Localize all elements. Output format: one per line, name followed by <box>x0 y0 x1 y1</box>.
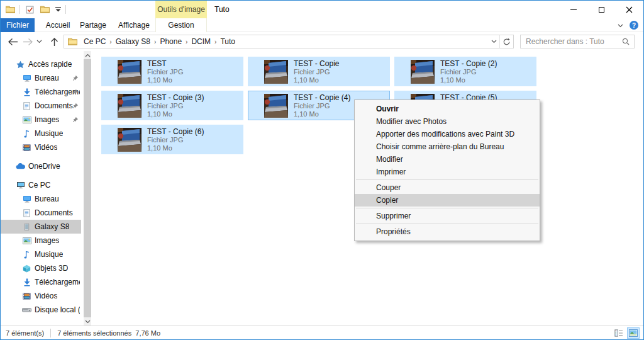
music-icon <box>22 130 31 138</box>
sidebar-item-disque-local-c-[interactable]: Disque local (C:) <box>1 303 81 317</box>
file-type: Fichier JPG <box>294 68 339 76</box>
menu-item-apporter-des-modifications-avec-paint-3d[interactable]: Apporter des modifications avec Paint 3D <box>355 128 540 140</box>
sidebar-item-label: Bureau <box>35 74 59 82</box>
customize-toolbar-dropdown-icon[interactable] <box>54 3 62 16</box>
breadcrumb-separator-icon[interactable]: › <box>108 38 113 45</box>
refresh-icon[interactable] <box>499 35 513 48</box>
menu-item-imprimer[interactable]: Imprimer <box>355 166 540 178</box>
sidebar-item-label: Téléchargement <box>35 278 80 286</box>
sidebar-item-label: Vidéos <box>35 292 57 300</box>
file-name: TEST - Copie <box>294 59 339 68</box>
new-folder-icon[interactable] <box>39 3 50 16</box>
address-bar[interactable]: Ce PC›Galaxy S8›Phone›DCIM›Tuto <box>64 35 514 48</box>
sidebar-item-images[interactable]: Images <box>1 234 81 247</box>
sidebar-item-onedrive[interactable]: OneDrive <box>1 159 81 173</box>
sidebar-item-t-l-chargement[interactable]: Téléchargement <box>1 275 81 289</box>
scrollbar-thumb[interactable] <box>84 59 91 317</box>
breadcrumb-item[interactable]: DCIM <box>189 37 213 46</box>
thumbnails-view-icon[interactable] <box>627 327 640 339</box>
back-button[interactable] <box>6 35 19 48</box>
menu-item-ouvrir[interactable]: Ouvrir <box>355 103 540 115</box>
tab-accueil[interactable]: Accueil <box>40 18 76 32</box>
properties-check-icon[interactable] <box>24 3 35 16</box>
sidebar-item-galaxy-s8[interactable]: Galaxy S8 <box>1 220 81 234</box>
breadcrumb: Ce PC›Galaxy S8›Phone›DCIM›Tuto <box>81 37 238 46</box>
file-size: 1,10 Mo <box>294 110 350 118</box>
menu-item-propri-t-s[interactable]: Propriétés <box>355 225 540 238</box>
sidebar-item-bureau[interactable]: Bureau <box>1 71 81 85</box>
help-icon[interactable]: ? <box>630 21 638 30</box>
maximize-button[interactable] <box>587 1 615 18</box>
search-icon[interactable] <box>618 38 634 45</box>
sidebar-item-musique[interactable]: Musique <box>1 127 81 140</box>
sidebar-item-vid-os[interactable]: Vidéos <box>1 140 81 154</box>
menu-separator <box>356 224 538 224</box>
sidebar-item-documents[interactable]: Documents <box>1 99 81 113</box>
close-button[interactable] <box>615 1 643 18</box>
ribbon-collapse-chevron-icon[interactable] <box>618 21 623 30</box>
download-icon <box>22 88 31 96</box>
sidebar-item-images[interactable]: Images <box>1 113 81 127</box>
file-size: 1,10 Mo <box>440 76 497 84</box>
minimize-button[interactable] <box>560 1 587 18</box>
download-icon <box>22 278 31 286</box>
sidebar-item-ce-pc[interactable]: Ce PC <box>1 178 81 192</box>
tab-partage[interactable]: Partage <box>75 18 111 32</box>
video-icon <box>22 293 31 300</box>
file-tile[interactable]: TEST - CopieFichier JPG1,10 Mo <box>248 57 390 86</box>
sidebar-item-label: Musique <box>35 129 63 138</box>
file-info: TEST - CopieFichier JPG1,10 Mo <box>294 59 339 84</box>
menu-item-supprimer[interactable]: Supprimer <box>355 210 540 222</box>
breadcrumb-item[interactable]: Tuto <box>218 37 238 46</box>
breadcrumb-item[interactable]: Phone <box>157 37 184 46</box>
sidebar-item-label: Images <box>35 115 59 124</box>
file-name: TEST - Copie (2) <box>440 59 497 68</box>
menu-item-couper[interactable]: Couper <box>355 181 540 194</box>
file-type: Fichier JPG <box>147 102 204 110</box>
sidebar-item-label: Documents <box>35 101 73 110</box>
file-tile[interactable]: TESTFichier JPG1,10 Mo <box>101 57 243 86</box>
breadcrumb-item[interactable]: Ce PC <box>81 37 108 46</box>
file-thumbnail <box>264 94 288 118</box>
sidebar-item-label: Galaxy S8 <box>35 222 69 231</box>
details-view-icon[interactable] <box>613 327 625 339</box>
up-button[interactable] <box>47 35 61 48</box>
sidebar-item-objets-3d[interactable]: Objets 3D <box>1 261 81 275</box>
tab-gestion[interactable]: Gestion <box>155 18 207 32</box>
sidebar-item-acc-s-rapide[interactable]: Accès rapide <box>1 57 81 71</box>
sidebar-item-vid-os[interactable]: Vidéos <box>1 289 81 303</box>
sidebar-scrollbar[interactable] <box>84 51 91 326</box>
scroll-down-icon[interactable] <box>84 317 91 326</box>
menu-item-modifier[interactable]: Modifier <box>355 153 540 166</box>
file-tile[interactable]: TEST - Copie (3)Fichier JPG1,10 Mo <box>101 91 243 120</box>
file-tile[interactable]: TEST - Copie (2)Fichier JPG1,10 Mo <box>394 57 536 86</box>
file-tile[interactable]: TEST - Copie (6)Fichier JPG1,10 Mo <box>101 125 243 154</box>
menu-separator <box>356 179 538 180</box>
recent-locations-chevron-icon[interactable] <box>35 35 43 48</box>
file-info: TEST - Copie (2)Fichier JPG1,10 Mo <box>440 59 497 84</box>
address-dropdown-chevron-icon[interactable] <box>488 40 499 43</box>
menu-item-modifier-avec-photos[interactable]: Modifier avec Photos <box>355 115 540 128</box>
sidebar-item-musique[interactable]: Musique <box>1 247 81 261</box>
tab-fichier[interactable]: Fichier <box>1 18 35 32</box>
menu-separator <box>356 208 538 208</box>
tab-affichage[interactable]: Affichage <box>114 18 154 32</box>
forward-button[interactable] <box>21 35 35 48</box>
window-title: Tuto <box>214 5 230 14</box>
scroll-up-icon[interactable] <box>84 51 91 59</box>
document-icon <box>22 102 31 110</box>
file-explorer-window: Outils d'image Tuto ? FichierAccueilPart… <box>0 0 644 340</box>
file-name: TEST - Copie (3) <box>147 93 204 102</box>
sidebar-item-bureau[interactable]: Bureau <box>1 192 81 206</box>
computer-icon <box>16 181 25 189</box>
sidebar-item-t-l-chargements[interactable]: Téléchargements <box>1 85 81 99</box>
file-thumbnail <box>411 60 435 84</box>
search-box[interactable]: Rechercher dans : Tuto <box>520 35 635 48</box>
sidebar-item-documents[interactable]: Documents <box>1 206 81 220</box>
menu-item-choisir-comme-arri-re-plan-du-bureau[interactable]: Choisir comme arrière-plan du Bureau <box>355 140 540 153</box>
sidebar-item-label: Images <box>35 236 59 245</box>
breadcrumb-folder-icon <box>68 38 77 45</box>
folder-icon[interactable] <box>4 3 16 16</box>
breadcrumb-item[interactable]: Galaxy S8 <box>113 37 153 46</box>
menu-item-copier[interactable]: Copier <box>355 194 540 207</box>
